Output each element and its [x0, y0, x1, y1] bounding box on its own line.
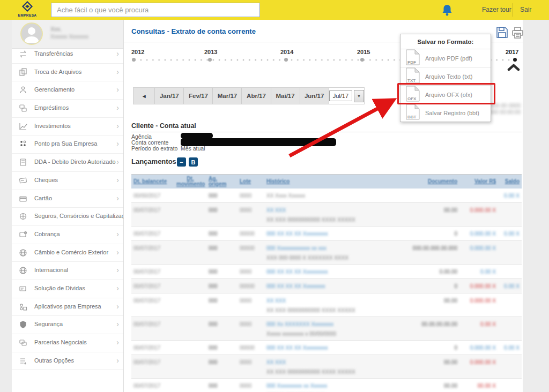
- cell-history-link[interactable]: 000 Xxxxxxxxxxxx xx xxx: [264, 245, 399, 251]
- month-tab-mar-17[interactable]: Mar/17: [213, 88, 242, 104]
- cell-agency: 000: [206, 345, 238, 351]
- cell-history-link[interactable]: 000 XX XX XX Xxxxxxxxx: [264, 269, 399, 275]
- cell-date: 00/07/2017: [131, 345, 174, 351]
- print-icon[interactable]: [511, 26, 524, 41]
- year-dot[interactable]: [208, 58, 212, 62]
- timeline-year-2012[interactable]: 2012: [131, 49, 144, 55]
- cell-lot: 0000: [238, 207, 264, 213]
- bank-logo[interactable]: EMPRESA: [14, 1, 41, 17]
- timeline-year-2013[interactable]: 2013: [204, 49, 217, 55]
- column-header-1[interactable]: Dt. balancete: [131, 179, 174, 184]
- chevron-right-icon: ›: [116, 103, 119, 112]
- cell-history-link[interactable]: 000 XX XX XX Xxxxxxxxx: [264, 345, 399, 351]
- card-icon: [18, 194, 28, 203]
- timeline-year-2014[interactable]: 2014: [280, 49, 293, 55]
- column-header-6[interactable]: Documento: [399, 179, 459, 184]
- month-tab-abr-17[interactable]: Abr/17: [242, 88, 271, 104]
- previous-months-button[interactable]: ◄: [133, 88, 155, 104]
- sidebar-item-label: Gerenciamento: [34, 86, 75, 93]
- dda-document-icon: [18, 157, 28, 167]
- sidebar-item-dda-debito-direto-autorizado[interactable]: DDA - Debito Direto Autorizado›: [12, 154, 123, 172]
- cell-document: 000.00.000.00.000: [399, 245, 459, 251]
- timeline-year-2017[interactable]: 2017: [506, 49, 518, 55]
- sidebar-item-parcerias-negociais[interactable]: Parcerias Negociais›: [12, 334, 123, 352]
- cell-history-link[interactable]: 000 Xxxxxxxxx xx Xxxxxx: [264, 383, 399, 389]
- b-button[interactable]: B: [189, 157, 198, 167]
- cell-history-detail: XX XXX 00000000000 XXXX XXXXX: [131, 217, 522, 226]
- cell-history-link[interactable]: 000 XX XX XX Xxxxxxxxx: [264, 231, 399, 237]
- cell-balance: 0.00 X: [498, 283, 522, 289]
- debt-icon: [18, 284, 28, 293]
- table-row: 00/07/20170000000000 Xxxxxxxxx xx Xxxxxx…: [131, 379, 522, 392]
- fazer-tour-link[interactable]: Fazer tour: [482, 6, 511, 13]
- sidebar-item-empr-stimos[interactable]: Empréstimos›: [12, 100, 123, 118]
- sidebar-item-outras-op-es[interactable]: Outras Opções›: [12, 352, 123, 371]
- cell-document: 0: [399, 231, 459, 237]
- chevron-right-icon: ›: [116, 139, 119, 148]
- column-header-8[interactable]: Saldo: [498, 179, 522, 184]
- column-header-7[interactable]: Valor R$: [459, 179, 498, 184]
- month-tab-jun-17[interactable]: Jun/17: [300, 88, 329, 104]
- dots-grid-icon: [18, 139, 28, 149]
- sidebar-item-cheques[interactable]: Cheques›: [12, 172, 123, 190]
- globe-icon: [18, 266, 28, 275]
- notification-bell-icon[interactable]: [441, 3, 454, 17]
- column-header-5[interactable]: Histórico: [264, 179, 399, 184]
- collapse-chevron-up-icon[interactable]: [507, 64, 520, 73]
- logout-link[interactable]: Sair: [520, 6, 531, 13]
- sidebar-item-ponto-pra-sua-empresa[interactable]: Ponto pra Sua Empresa›: [12, 135, 123, 154]
- sidebar-item-investimentos[interactable]: Investimentos›: [12, 118, 123, 136]
- cell-balance: 0.00 X: [498, 193, 522, 199]
- cell-history-link[interactable]: XX XXX: [264, 298, 399, 304]
- column-header-4[interactable]: Lote: [238, 179, 264, 184]
- current-year-dot[interactable]: [513, 58, 517, 62]
- search-input[interactable]: [51, 3, 260, 17]
- shield-icon: [18, 320, 28, 329]
- sidebar-item-transfer-ncias[interactable]: Transferências›: [12, 46, 123, 64]
- sidebar-item-c-mbio-e-com-rcio-exterior[interactable]: Câmbio e Comércio Exterior›: [12, 244, 123, 262]
- cell-agency: 000: [206, 193, 238, 199]
- save-format-item-bbt[interactable]: BBTSalvar Registro (bbt): [400, 103, 491, 122]
- cell-date: 00/07/2017: [131, 359, 174, 365]
- save-icon[interactable]: [496, 26, 508, 41]
- collapse-button[interactable]: −: [177, 157, 186, 167]
- save-format-item-pdf[interactable]: PDFArquivo PDF (pdf): [400, 49, 491, 67]
- sidebar-item-cobran-a[interactable]: Cobrança›: [12, 226, 123, 244]
- sidebar-item-gerenciamento[interactable]: Gerenciamento›: [12, 81, 123, 100]
- sidebar-item-cart-o[interactable]: Cartão›: [12, 190, 123, 208]
- chart-icon: [18, 122, 28, 131]
- cell-history-link[interactable]: XX XXX: [264, 207, 399, 213]
- cell-history-link[interactable]: 000 Xx XXXXXXX Xxxxxxxx: [264, 321, 399, 327]
- year-dot[interactable]: [132, 58, 136, 62]
- sidebar-item-troca-de-arquivos[interactable]: Troca de Arquivos›: [12, 64, 123, 82]
- month-dropdown-arrow-button[interactable]: ▼: [354, 90, 364, 102]
- column-header-2[interactable]: Dt. movimento: [174, 176, 206, 187]
- user-name-blurred: Xxx.: [50, 26, 62, 32]
- timeline-year-2015[interactable]: 2015: [357, 49, 370, 55]
- user-profile-box[interactable]: Xxx. Xxxxxx Xxxxxxx: [12, 20, 123, 49]
- month-tab-mai-17[interactable]: Mai/17: [271, 88, 300, 104]
- sidebar-item-internacional[interactable]: Internacional›: [12, 262, 123, 280]
- cell-lot: 0000: [238, 269, 264, 275]
- year-dot[interactable]: [284, 58, 288, 62]
- cell-history-detail: XX XXX 00000000000 XXXX XXXXX: [131, 307, 522, 316]
- sidebar-item-solu-o-de-d-vidas[interactable]: Solução de Dívidas›: [12, 280, 123, 298]
- save-format-item-txt[interactable]: TXTArquivo Texto (txt): [400, 67, 491, 85]
- loan-icon: [18, 103, 28, 113]
- sidebar-item-seguros-cons-rcios-e-capitaliza-o[interactable]: Seguros, Consórcios e Capitalização›: [12, 208, 123, 226]
- topbar-divider: [513, 3, 513, 17]
- cell-history-link[interactable]: 000 XX XX XX Xxxxxxxx: [264, 283, 399, 289]
- month-tab-jan-17[interactable]: Jan/17: [155, 88, 184, 104]
- year-dot[interactable]: [360, 58, 364, 62]
- sidebar-item-label: Transferências: [34, 50, 73, 57]
- cell-history-link[interactable]: XX XXX: [264, 359, 399, 365]
- month-tab-fev-17[interactable]: Fev/17: [184, 88, 213, 104]
- sidebar-item-aplicativos-para-empresa[interactable]: Aplicativos para Empresa›: [12, 298, 123, 316]
- selected-month-dropdown[interactable]: Jul/17: [329, 91, 352, 101]
- column-header-3[interactable]: Ag. origem: [206, 176, 238, 187]
- svg-text:PDF: PDF: [407, 60, 416, 65]
- cheque-icon: [18, 176, 28, 185]
- cell-date: 00/07/2017: [131, 269, 174, 275]
- cell-agency: 000: [206, 231, 238, 237]
- sidebar-item-seguran-a[interactable]: Segurança›: [12, 316, 123, 334]
